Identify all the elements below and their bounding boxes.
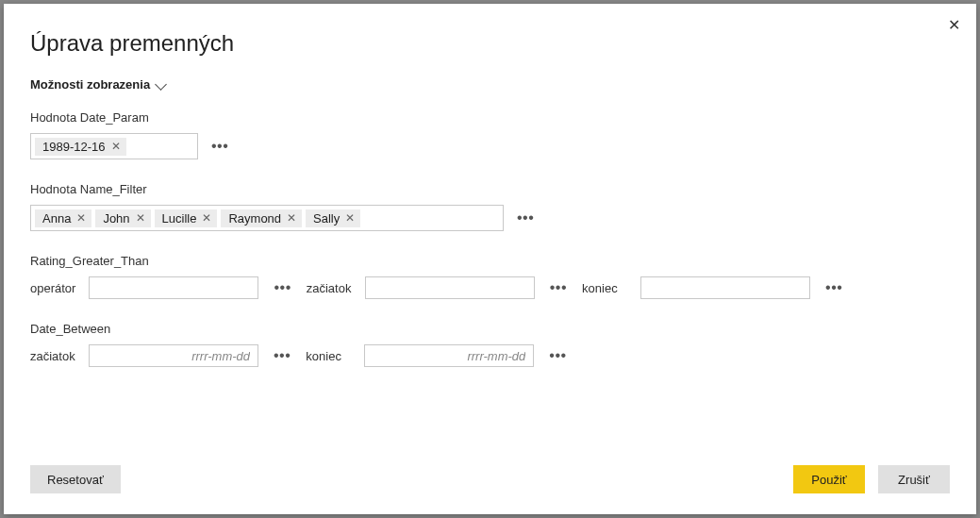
edit-variables-dialog: ✕ Úprava premenných Možnosti zobrazenia … (4, 4, 976, 514)
operator-field: operátor ••• (30, 276, 293, 299)
date-end-input[interactable] (364, 344, 534, 367)
cancel-button[interactable]: Zrušiť (878, 465, 950, 493)
end-field: koniec ••• (306, 344, 568, 367)
more-icon[interactable]: ••• (548, 279, 569, 296)
start-label: začiatok (30, 349, 75, 363)
more-icon[interactable]: ••• (823, 279, 844, 296)
group-date-between: Date_Between začiatok ••• koniec ••• (30, 322, 950, 367)
start-label: začiatok (307, 281, 352, 295)
date-param-input[interactable]: 1989-12-16 ✕ (30, 133, 198, 159)
token-text: Raymond (228, 211, 281, 226)
start-field: začiatok ••• (307, 276, 569, 299)
remove-token-icon[interactable]: ✕ (202, 212, 211, 224)
display-options-label: Možnosti zobrazenia (30, 77, 150, 92)
token-text: 1989-12-16 (42, 140, 106, 154)
token: Sally ✕ (306, 209, 360, 227)
remove-token-icon[interactable]: ✕ (136, 212, 145, 224)
end-field: koniec ••• (582, 276, 844, 299)
group-label: Hodnota Name_Filter (30, 182, 950, 196)
chevron-down-icon (154, 77, 165, 92)
token-text: Lucille (162, 211, 197, 226)
group-name-filter: Hodnota Name_Filter Anna ✕ John ✕ Lucill… (30, 182, 950, 231)
group-label: Date_Between (30, 322, 950, 336)
token: Raymond ✕ (221, 209, 302, 227)
token: Lucille ✕ (155, 209, 218, 227)
dialog-title: Úprava premenných (30, 30, 950, 57)
reset-button[interactable]: Resetovať (30, 465, 121, 493)
operator-label: operátor (30, 281, 75, 295)
remove-token-icon[interactable]: ✕ (111, 141, 121, 152)
start-input[interactable] (365, 276, 535, 299)
dialog-content: Úprava premenných Možnosti zobrazenia Ho… (4, 4, 976, 450)
group-date-param: Hodnota Date_Param 1989-12-16 ✕ ••• (30, 110, 950, 159)
remove-token-icon[interactable]: ✕ (287, 212, 296, 224)
operator-input[interactable] (89, 276, 258, 299)
more-icon[interactable]: ••• (547, 347, 568, 364)
token-text: Sally (313, 211, 340, 226)
apply-button[interactable]: Použiť (793, 465, 865, 493)
dialog-footer: Resetovať Použiť Zrušiť (4, 450, 976, 514)
remove-token-icon[interactable]: ✕ (76, 212, 86, 224)
group-rating-greater-than: Rating_Greater_Than operátor ••• začiato… (30, 254, 950, 299)
more-icon[interactable]: ••• (515, 209, 536, 226)
end-input[interactable] (640, 276, 810, 299)
more-icon[interactable]: ••• (272, 279, 292, 296)
start-field: začiatok ••• (30, 344, 292, 367)
end-label: koniec (306, 349, 351, 363)
more-icon[interactable]: ••• (209, 138, 230, 155)
display-options-toggle[interactable]: Možnosti zobrazenia (30, 77, 165, 92)
token: Anna ✕ (35, 209, 91, 227)
token-text: Anna (42, 211, 71, 226)
token: 1989-12-16 ✕ (35, 138, 126, 156)
group-label: Hodnota Date_Param (30, 110, 950, 125)
token: John ✕ (95, 209, 150, 227)
end-label: koniec (582, 281, 627, 295)
name-filter-input[interactable]: Anna ✕ John ✕ Lucille ✕ Raymond ✕ (30, 205, 504, 231)
remove-token-icon[interactable]: ✕ (345, 212, 355, 224)
group-label: Rating_Greater_Than (30, 254, 950, 268)
date-start-input[interactable] (89, 344, 258, 367)
token-text: John (103, 211, 129, 226)
more-icon[interactable]: ••• (272, 347, 292, 364)
close-icon[interactable]: ✕ (940, 11, 967, 38)
